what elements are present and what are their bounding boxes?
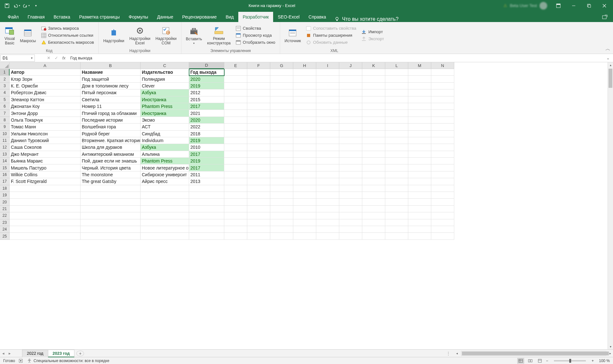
cell-J5[interactable] — [339, 96, 362, 103]
cell-E19[interactable] — [224, 192, 247, 199]
col-header-L[interactable]: L — [385, 62, 408, 69]
cell-M15[interactable] — [408, 164, 431, 171]
select-all-button[interactable] — [0, 62, 10, 69]
cell-D5[interactable]: 2015 — [189, 96, 224, 103]
cell-G8[interactable] — [270, 117, 293, 124]
cell-L12[interactable] — [385, 144, 408, 151]
cell-M20[interactable] — [408, 199, 431, 205]
cell-E10[interactable] — [224, 131, 247, 137]
cell-C8[interactable]: Эксмо — [141, 117, 189, 124]
cell-C10[interactable]: Синдбад — [141, 131, 189, 137]
col-header-A[interactable]: A — [10, 62, 80, 69]
cell-J1[interactable] — [339, 69, 362, 76]
cell-B11[interactable]: Вторжение. Краткая история — [80, 137, 141, 144]
relative-refs-button[interactable]: Относительные ссылки — [39, 32, 96, 39]
properties-button[interactable]: Свойства — [234, 25, 277, 32]
cell-I10[interactable] — [316, 131, 339, 137]
cell-A13[interactable]: Джо Мерчант — [10, 151, 80, 158]
cell-F24[interactable] — [247, 226, 270, 233]
col-header-J[interactable]: J — [339, 62, 362, 69]
cell-J15[interactable] — [339, 164, 362, 171]
cell-C17[interactable]: Айрис пресс — [141, 178, 189, 185]
cell-G23[interactable] — [270, 219, 293, 226]
cell-H19[interactable] — [293, 192, 316, 199]
cell-G25[interactable] — [270, 233, 293, 239]
cell-E18[interactable] — [224, 185, 247, 192]
cell-J10[interactable] — [339, 131, 362, 137]
cell-K11[interactable] — [362, 137, 385, 144]
share-button[interactable] — [597, 12, 613, 22]
cell-H7[interactable] — [293, 110, 316, 117]
cell-N22[interactable] — [431, 212, 454, 219]
cell-D6[interactable]: 2017 — [189, 103, 224, 110]
tab-seo-excel[interactable]: SEO-Excel — [273, 12, 304, 22]
cell-H23[interactable] — [293, 219, 316, 226]
cell-E23[interactable] — [224, 219, 247, 226]
cell-H25[interactable] — [293, 233, 316, 239]
cell-E14[interactable] — [224, 158, 247, 164]
cell-L11[interactable] — [385, 137, 408, 144]
cell-L2[interactable] — [385, 76, 408, 82]
cell-E25[interactable] — [224, 233, 247, 239]
cell-L17[interactable] — [385, 178, 408, 185]
row-header-23[interactable]: 23 — [0, 219, 10, 226]
excel-addins-button[interactable]: Надстройки Excel — [127, 24, 152, 47]
cell-N25[interactable] — [431, 233, 454, 239]
cell-M19[interactable] — [408, 192, 431, 199]
cell-J25[interactable] — [339, 233, 362, 239]
cell-D7[interactable]: 2021 — [189, 110, 224, 117]
cell-D4[interactable]: 2012 — [189, 89, 224, 96]
undo-icon[interactable]: ▾ — [12, 1, 21, 10]
cell-D15[interactable]: 2017 — [189, 164, 224, 171]
expand-formula-icon[interactable]: ⌄ — [604, 56, 612, 60]
cell-H21[interactable] — [293, 206, 316, 212]
cell-H18[interactable] — [293, 185, 316, 192]
tab-разработчик[interactable]: Разработчик — [238, 12, 273, 22]
row-header-1[interactable]: 1 — [0, 69, 10, 76]
cell-C22[interactable] — [141, 212, 189, 219]
cell-B9[interactable]: Волшебная гора — [80, 124, 141, 130]
cell-C16[interactable]: Сибирское университ — [141, 171, 189, 178]
cell-M11[interactable] — [408, 137, 431, 144]
cell-E4[interactable] — [224, 89, 247, 96]
cell-J22[interactable] — [339, 212, 362, 219]
cell-E12[interactable] — [224, 144, 247, 151]
cell-I2[interactable] — [316, 76, 339, 82]
cell-K1[interactable] — [362, 69, 385, 76]
cell-C19[interactable] — [141, 192, 189, 199]
tab-вставка[interactable]: Вставка — [49, 12, 75, 22]
cell-B24[interactable] — [80, 226, 141, 233]
cell-A18[interactable] — [10, 185, 80, 192]
insert-control-button[interactable]: Вставить▾ — [184, 25, 204, 46]
cell-N7[interactable] — [431, 110, 454, 117]
scroll-thumb[interactable] — [609, 69, 612, 88]
cell-I25[interactable] — [316, 233, 339, 239]
row-header-15[interactable]: 15 — [0, 164, 10, 171]
row-header-21[interactable]: 21 — [0, 206, 10, 212]
cell-H6[interactable] — [293, 103, 316, 110]
cell-M1[interactable] — [408, 69, 431, 76]
cell-I12[interactable] — [316, 144, 339, 151]
cell-J16[interactable] — [339, 171, 362, 178]
cell-F25[interactable] — [247, 233, 270, 239]
cell-D23[interactable] — [189, 219, 224, 226]
cell-J3[interactable] — [339, 83, 362, 89]
cell-K16[interactable] — [362, 171, 385, 178]
cell-D14[interactable]: 2019 — [189, 158, 224, 164]
cell-C3[interactable]: Clever — [141, 83, 189, 89]
cell-D8[interactable]: 2020 — [189, 117, 224, 124]
tab-справка[interactable]: Справка — [304, 12, 331, 22]
cell-I13[interactable] — [316, 151, 339, 158]
cell-D19[interactable] — [189, 192, 224, 199]
cell-I21[interactable] — [316, 206, 339, 212]
row-header-16[interactable]: 16 — [0, 171, 10, 178]
cell-M6[interactable] — [408, 103, 431, 110]
cell-M21[interactable] — [408, 206, 431, 212]
cell-N3[interactable] — [431, 83, 454, 89]
cell-E7[interactable] — [224, 110, 247, 117]
cell-F3[interactable] — [247, 83, 270, 89]
cell-M13[interactable] — [408, 151, 431, 158]
cell-G17[interactable] — [270, 178, 293, 185]
cell-K9[interactable] — [362, 124, 385, 130]
cell-F17[interactable] — [247, 178, 270, 185]
